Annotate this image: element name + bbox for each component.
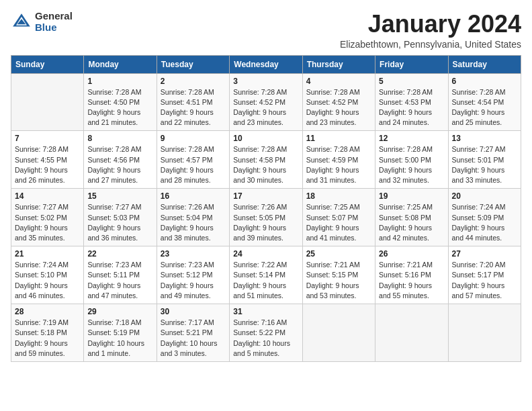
calendar-cell: 30Sunrise: 7:17 AMSunset: 5:21 PMDayligh… — [157, 304, 229, 362]
calendar-cell: 8Sunrise: 7:28 AMSunset: 4:56 PMDaylight… — [84, 131, 157, 189]
page-header: General Blue January 2024 Elizabethtown,… — [11, 11, 521, 50]
day-number: 22 — [87, 249, 152, 259]
calendar-cell: 23Sunrise: 7:23 AMSunset: 5:12 PMDayligh… — [157, 246, 229, 304]
day-info: Sunrise: 7:28 AMSunset: 4:57 PMDaylight:… — [161, 144, 226, 185]
weekday-header-sunday: Sunday — [11, 55, 84, 73]
calendar-cell: 13Sunrise: 7:27 AMSunset: 5:01 PMDayligh… — [448, 131, 521, 189]
weekday-header-thursday: Thursday — [302, 55, 375, 73]
calendar-cell: 11Sunrise: 7:28 AMSunset: 4:59 PMDayligh… — [302, 131, 375, 189]
day-info: Sunrise: 7:28 AMSunset: 4:55 PMDaylight:… — [15, 144, 80, 185]
calendar-cell: 26Sunrise: 7:21 AMSunset: 5:16 PMDayligh… — [375, 246, 448, 304]
calendar-cell: 10Sunrise: 7:28 AMSunset: 4:58 PMDayligh… — [230, 131, 302, 189]
calendar-cell — [302, 304, 375, 362]
day-info: Sunrise: 7:28 AMSunset: 4:52 PMDaylight:… — [233, 87, 298, 128]
day-info: Sunrise: 7:27 AMSunset: 5:03 PMDaylight:… — [87, 202, 152, 243]
calendar-cell: 7Sunrise: 7:28 AMSunset: 4:55 PMDaylight… — [11, 131, 84, 189]
day-number: 13 — [452, 134, 517, 143]
calendar-table: SundayMondayTuesdayWednesdayThursdayFrid… — [11, 55, 521, 362]
day-number: 1 — [87, 77, 152, 86]
day-info: Sunrise: 7:24 AMSunset: 5:09 PMDaylight:… — [452, 202, 517, 243]
weekday-header-wednesday: Wednesday — [230, 55, 302, 73]
day-number: 30 — [161, 307, 226, 316]
calendar-cell: 20Sunrise: 7:24 AMSunset: 5:09 PMDayligh… — [448, 189, 521, 246]
day-number: 27 — [452, 249, 517, 259]
day-number: 7 — [15, 134, 80, 143]
day-number: 15 — [87, 191, 152, 201]
day-number: 12 — [379, 134, 444, 143]
location-text: Elizabethtown, Pennsylvania, United Stat… — [340, 39, 521, 50]
weekday-header-monday: Monday — [84, 55, 157, 73]
day-info: Sunrise: 7:28 AMSunset: 4:53 PMDaylight:… — [379, 87, 444, 128]
day-info: Sunrise: 7:16 AMSunset: 5:22 PMDaylight:… — [233, 318, 298, 359]
weekday-header-saturday: Saturday — [448, 55, 521, 73]
calendar-cell: 9Sunrise: 7:28 AMSunset: 4:57 PMDaylight… — [157, 131, 229, 189]
day-number: 20 — [452, 191, 517, 201]
day-info: Sunrise: 7:27 AMSunset: 5:01 PMDaylight:… — [452, 144, 517, 185]
calendar-cell — [11, 73, 84, 131]
day-number: 18 — [306, 191, 371, 201]
calendar-cell: 5Sunrise: 7:28 AMSunset: 4:53 PMDaylight… — [375, 73, 448, 131]
calendar-cell: 27Sunrise: 7:20 AMSunset: 5:17 PMDayligh… — [448, 246, 521, 304]
day-info: Sunrise: 7:17 AMSunset: 5:21 PMDaylight:… — [161, 318, 226, 359]
month-title: January 2024 — [340, 11, 521, 38]
day-info: Sunrise: 7:28 AMSunset: 5:00 PMDaylight:… — [379, 144, 444, 185]
day-number: 4 — [306, 77, 371, 86]
logo: General Blue — [11, 11, 73, 33]
calendar-cell — [375, 304, 448, 362]
calendar-week-row: 7Sunrise: 7:28 AMSunset: 4:55 PMDaylight… — [11, 131, 521, 189]
day-number: 14 — [15, 191, 80, 201]
calendar-week-row: 14Sunrise: 7:27 AMSunset: 5:02 PMDayligh… — [11, 189, 521, 246]
calendar-cell: 25Sunrise: 7:21 AMSunset: 5:15 PMDayligh… — [302, 246, 375, 304]
calendar-cell: 28Sunrise: 7:19 AMSunset: 5:18 PMDayligh… — [11, 304, 84, 362]
day-info: Sunrise: 7:23 AMSunset: 5:11 PMDaylight:… — [87, 260, 152, 301]
day-info: Sunrise: 7:18 AMSunset: 5:19 PMDaylight:… — [87, 318, 152, 359]
day-info: Sunrise: 7:19 AMSunset: 5:18 PMDaylight:… — [15, 318, 80, 359]
day-info: Sunrise: 7:21 AMSunset: 5:15 PMDaylight:… — [306, 260, 371, 301]
day-number: 24 — [233, 249, 298, 259]
day-number: 10 — [233, 134, 298, 143]
logo-text: General Blue — [35, 11, 73, 33]
calendar-cell: 18Sunrise: 7:25 AMSunset: 5:07 PMDayligh… — [302, 189, 375, 246]
calendar-cell — [448, 304, 521, 362]
calendar-cell: 2Sunrise: 7:28 AMSunset: 4:51 PMDaylight… — [157, 73, 229, 131]
calendar-cell: 21Sunrise: 7:24 AMSunset: 5:10 PMDayligh… — [11, 246, 84, 304]
day-info: Sunrise: 7:28 AMSunset: 4:58 PMDaylight:… — [233, 144, 298, 185]
calendar-cell: 6Sunrise: 7:28 AMSunset: 4:54 PMDaylight… — [448, 73, 521, 131]
calendar-cell: 22Sunrise: 7:23 AMSunset: 5:11 PMDayligh… — [84, 246, 157, 304]
day-info: Sunrise: 7:28 AMSunset: 4:51 PMDaylight:… — [161, 87, 226, 128]
day-info: Sunrise: 7:26 AMSunset: 5:05 PMDaylight:… — [233, 202, 298, 243]
day-number: 8 — [87, 134, 152, 143]
calendar-week-row: 21Sunrise: 7:24 AMSunset: 5:10 PMDayligh… — [11, 246, 521, 304]
day-number: 17 — [233, 191, 298, 201]
logo-blue-text: Blue — [35, 22, 73, 34]
day-number: 2 — [161, 77, 226, 86]
weekday-header-row: SundayMondayTuesdayWednesdayThursdayFrid… — [11, 55, 521, 73]
calendar-cell: 16Sunrise: 7:26 AMSunset: 5:04 PMDayligh… — [157, 189, 229, 246]
day-number: 11 — [306, 134, 371, 143]
weekday-header-tuesday: Tuesday — [157, 55, 229, 73]
day-number: 6 — [452, 77, 517, 86]
day-number: 19 — [379, 191, 444, 201]
day-info: Sunrise: 7:24 AMSunset: 5:10 PMDaylight:… — [15, 260, 80, 301]
logo-general-text: General — [35, 11, 73, 22]
day-info: Sunrise: 7:28 AMSunset: 4:54 PMDaylight:… — [452, 87, 517, 128]
day-info: Sunrise: 7:25 AMSunset: 5:07 PMDaylight:… — [306, 202, 371, 243]
day-number: 5 — [379, 77, 444, 86]
day-info: Sunrise: 7:21 AMSunset: 5:16 PMDaylight:… — [379, 260, 444, 301]
day-info: Sunrise: 7:25 AMSunset: 5:08 PMDaylight:… — [379, 202, 444, 243]
calendar-cell: 4Sunrise: 7:28 AMSunset: 4:52 PMDaylight… — [302, 73, 375, 131]
day-info: Sunrise: 7:27 AMSunset: 5:02 PMDaylight:… — [15, 202, 80, 243]
day-number: 26 — [379, 249, 444, 259]
day-info: Sunrise: 7:23 AMSunset: 5:12 PMDaylight:… — [161, 260, 226, 301]
calendar-cell: 3Sunrise: 7:28 AMSunset: 4:52 PMDaylight… — [230, 73, 302, 131]
calendar-week-row: 1Sunrise: 7:28 AMSunset: 4:50 PMDaylight… — [11, 73, 521, 131]
day-info: Sunrise: 7:26 AMSunset: 5:04 PMDaylight:… — [161, 202, 226, 243]
day-info: Sunrise: 7:28 AMSunset: 4:50 PMDaylight:… — [87, 87, 152, 128]
logo-icon — [11, 11, 32, 33]
day-number: 9 — [161, 134, 226, 143]
day-number: 21 — [15, 249, 80, 259]
day-info: Sunrise: 7:28 AMSunset: 4:52 PMDaylight:… — [306, 87, 371, 128]
day-info: Sunrise: 7:20 AMSunset: 5:17 PMDaylight:… — [452, 260, 517, 301]
calendar-cell: 15Sunrise: 7:27 AMSunset: 5:03 PMDayligh… — [84, 189, 157, 246]
calendar-week-row: 28Sunrise: 7:19 AMSunset: 5:18 PMDayligh… — [11, 304, 521, 362]
